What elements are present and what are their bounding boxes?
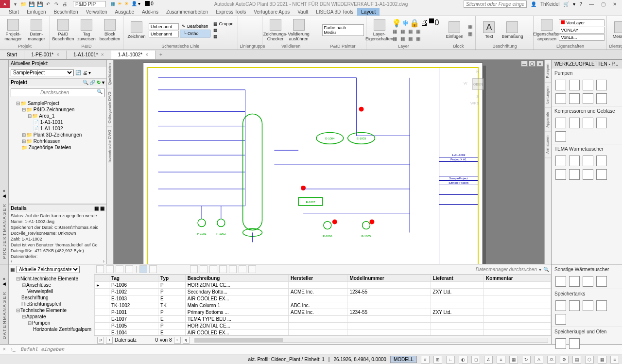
layer-plot-icon[interactable]: 🖨	[420, 18, 428, 28]
command-line[interactable]: × ›_	[0, 344, 622, 354]
qa-new-icon[interactable]: ▾	[12, 0, 18, 7]
comp-icon[interactable]	[569, 118, 580, 128]
anno-toggle[interactable]: A	[535, 356, 543, 364]
flag-icon[interactable]: ▾	[138, 1, 144, 7]
dm-refresh-icon[interactable]	[96, 265, 104, 273]
doc-tab-start[interactable]: Start	[0, 51, 24, 59]
dm-t4-icon[interactable]	[248, 265, 256, 273]
layer-freeze-icon[interactable]: ❄	[402, 18, 409, 28]
iso-toggle[interactable]: ⬡	[585, 356, 594, 364]
tree-dwg-1001[interactable]: 📄 1-A1-1001	[10, 119, 105, 125]
tab-addins[interactable]: Add-ins	[138, 8, 162, 16]
dm-col-header[interactable]: Modellnummer	[347, 275, 431, 282]
hx-icon[interactable]	[596, 169, 607, 180]
signin-icon[interactable]: 👤	[531, 1, 536, 7]
pid-beschriften-button[interactable]: P&ID Beschriften	[52, 17, 74, 43]
dm-next-button[interactable]: ›	[174, 337, 181, 344]
lineweight-combo[interactable]: VONLAY	[559, 27, 605, 34]
dm-x-icon[interactable]	[219, 265, 227, 273]
tank-icon[interactable]	[596, 300, 607, 311]
person-icon[interactable]: 👤	[131, 1, 137, 7]
dm-col-header[interactable]: Beschreibung	[185, 275, 288, 282]
help-icon[interactable]: ?	[579, 1, 582, 7]
layer-color-swatch[interactable]	[429, 18, 434, 23]
pump-icon[interactable]	[569, 80, 580, 90]
grid-toggle[interactable]: #	[421, 356, 430, 364]
comp-icon[interactable]	[596, 118, 607, 128]
table-row[interactable]: E-1003EAIR COOLED EX...	[95, 295, 551, 302]
zeichnen-button[interactable]: Zeichnen	[125, 17, 148, 43]
tab-vault[interactable]: Vault	[294, 8, 312, 16]
layer-tool7-icon[interactable]: ▦	[407, 35, 414, 42]
minimize-button[interactable]: —	[586, 0, 597, 7]
dm-col-header[interactable]: Hersteller	[289, 275, 347, 282]
lwt-toggle[interactable]: ≡	[497, 356, 505, 364]
doc-min-button[interactable]: —	[521, 61, 528, 67]
hx-icon[interactable]	[583, 276, 593, 287]
tree-dwg-1002[interactable]: 📄 1-A1-1002	[10, 125, 105, 132]
polar-toggle[interactable]: ◐	[459, 356, 467, 364]
sidetab-ortho[interactable]: Orthogonale DWG	[107, 88, 112, 126]
tab-zusammen[interactable]: Zusammenarbeiten	[162, 8, 212, 16]
tank-icon[interactable]	[569, 300, 580, 311]
dm-col-header[interactable]: Typ	[158, 275, 186, 282]
monitor-toggle[interactable]: ▤	[572, 356, 581, 364]
share-icon[interactable]: ▦	[111, 1, 117, 7]
painter-combo[interactable]: Farbe nach Mediu	[322, 24, 364, 36]
dm-search-dropdown-icon[interactable]: ▾	[539, 267, 541, 272]
datenmanager-button[interactable]: Daten- manager	[25, 17, 48, 43]
pm-refresh-icon[interactable]: 🔄	[75, 70, 81, 75]
dm-last-button[interactable]: ›|	[183, 337, 190, 344]
close-icon[interactable]: ×	[101, 52, 104, 57]
transp-toggle[interactable]: ▦	[509, 356, 518, 364]
close-button[interactable]: ✕	[609, 0, 620, 7]
hx-icon[interactable]	[583, 156, 593, 166]
pm-pin-icon[interactable]: ◀	[2, 193, 6, 198]
hx-icon[interactable]	[555, 276, 566, 287]
layer-tool8-icon[interactable]: ▦	[415, 35, 422, 42]
pm-find-icon[interactable]: 🔍	[83, 80, 88, 85]
tab-ausgabe[interactable]: Ausgabe	[111, 8, 138, 16]
layereigenschaften-button[interactable]: Layer- Eigenschaften	[368, 17, 391, 43]
layer-tool6-icon[interactable]: ▦	[399, 35, 406, 42]
pump-icon[interactable]	[569, 93, 580, 104]
close-icon[interactable]: ×	[145, 52, 148, 57]
linetype-combo2[interactable]: VonLa...	[559, 34, 605, 41]
snap-toggle[interactable]: ⊞	[433, 356, 442, 364]
sun-icon[interactable]: ☀	[118, 1, 123, 7]
linetype-combo[interactable]: Unbenannt	[149, 23, 179, 30]
dm-t3-icon[interactable]	[239, 265, 246, 273]
qa-redo-icon[interactable]: ↷	[53, 0, 60, 7]
layer-lock-icon[interactable]: 🔒	[410, 18, 419, 28]
grp-btn3[interactable]: ▦	[211, 34, 236, 39]
cmd-close-icon[interactable]: ×	[0, 347, 9, 352]
maximize-button[interactable]: ▢	[598, 0, 608, 7]
hx-icon[interactable]	[555, 169, 566, 180]
qa-undo-icon[interactable]: ↶	[45, 0, 52, 7]
qa-open-icon[interactable]: 📁	[20, 0, 27, 7]
pm-details-icon[interactable]: ▦	[94, 206, 99, 211]
scale-toggle[interactable]: ⚖	[547, 356, 556, 364]
palette-tab-pumpen[interactable]: Pumpen	[545, 60, 551, 83]
pump-icon[interactable]	[596, 93, 607, 104]
text-button[interactable]: AText	[478, 17, 500, 43]
table-row[interactable]: TK-1002TKMain Column 1ABC Inc.	[95, 302, 551, 309]
layer-tool4-icon[interactable]: ▦	[415, 28, 422, 35]
messen-button[interactable]: Messen	[609, 17, 622, 43]
dm-filter-icon[interactable]	[125, 265, 133, 273]
dm-col-header[interactable]: Tag	[109, 275, 158, 282]
new-doc-button[interactable]: +	[156, 52, 166, 57]
hx-icon[interactable]	[569, 276, 580, 287]
layer-vis-icon[interactable]: 💡	[392, 18, 401, 28]
dm-first-button[interactable]: |‹	[97, 337, 104, 344]
app-icon[interactable]: ▾	[573, 1, 575, 7]
view-cube[interactable]: N S W OBEN WKS	[464, 69, 493, 99]
pump-icon[interactable]	[583, 93, 593, 104]
hx-icon[interactable]	[555, 156, 566, 166]
search-icon[interactable]: 🔍	[97, 89, 103, 94]
checker-button[interactable]: Zeichnungs- Checker	[264, 17, 287, 43]
osnap-toggle[interactable]: ◻	[471, 356, 480, 364]
qa-saveas-icon[interactable]: 💾	[36, 0, 43, 7]
hx-icon[interactable]	[569, 156, 580, 166]
dm-source-combo[interactable]: Aktuelle Zeichnungsdaten	[17, 266, 80, 273]
